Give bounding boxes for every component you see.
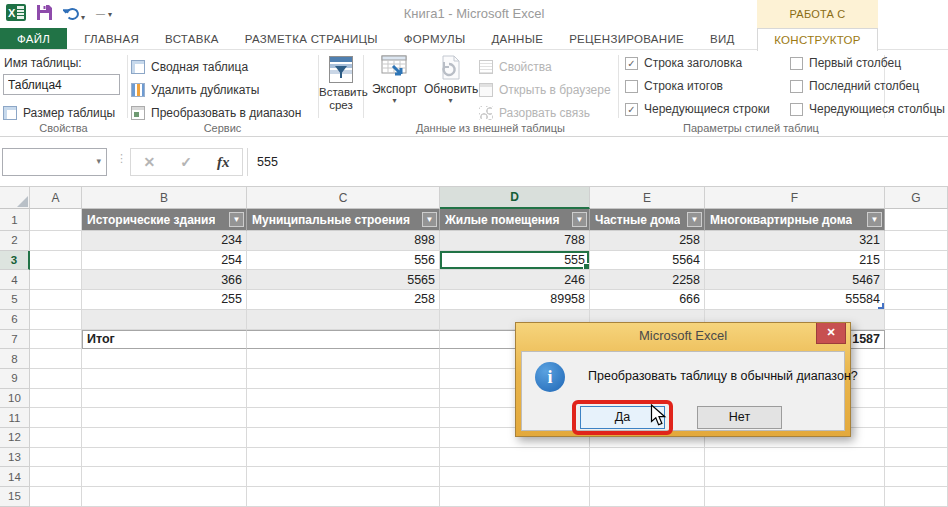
- row-header-13[interactable]: 13: [0, 448, 30, 468]
- cell-A8[interactable]: [30, 349, 82, 369]
- cell-A1[interactable]: [30, 209, 82, 231]
- filter-button[interactable]: ▼: [687, 212, 702, 227]
- cell-E13[interactable]: [590, 448, 705, 468]
- tab-insert[interactable]: ВСТАВКА: [152, 28, 232, 49]
- cell-F5[interactable]: 55584: [705, 290, 885, 310]
- row-header-14[interactable]: 14: [0, 467, 30, 487]
- row-header-6[interactable]: 6: [0, 310, 30, 330]
- cell-G12[interactable]: [885, 428, 948, 448]
- tab-data[interactable]: ДАННЫЕ: [478, 28, 556, 49]
- cell-A9[interactable]: [30, 369, 82, 389]
- cell-A14[interactable]: [30, 467, 82, 487]
- row-header-7[interactable]: 7: [0, 330, 30, 350]
- cell-B7[interactable]: Итог: [82, 330, 247, 350]
- cell-G6[interactable]: [885, 310, 948, 330]
- cell-D14[interactable]: [440, 467, 590, 487]
- column-header-C[interactable]: C: [247, 187, 440, 209]
- cell-B3[interactable]: 254: [82, 251, 247, 271]
- checkbox-box[interactable]: ✓: [625, 57, 638, 70]
- cell-F3[interactable]: 215: [705, 251, 885, 271]
- refresh-dropdown-icon[interactable]: ▾: [424, 96, 477, 105]
- cell-F15[interactable]: [705, 487, 885, 507]
- cell-C9[interactable]: [247, 369, 440, 389]
- row-header-1[interactable]: 1: [0, 209, 30, 231]
- tab-formulas[interactable]: ФОРМУЛЫ: [391, 28, 479, 49]
- export-button[interactable]: Экспорт ▾: [367, 55, 422, 105]
- cell-F13[interactable]: [705, 448, 885, 468]
- cell-A2[interactable]: [30, 231, 82, 251]
- cell-B4[interactable]: 366: [82, 270, 247, 290]
- table-name-input[interactable]: [3, 74, 120, 95]
- cell-D5[interactable]: 89958: [440, 290, 590, 310]
- total-row-checkbox[interactable]: Строка итогов: [625, 79, 723, 93]
- cell-A11[interactable]: [30, 408, 82, 428]
- cell-D13[interactable]: [440, 448, 590, 468]
- tab-view[interactable]: ВИД: [697, 28, 748, 49]
- cell-A12[interactable]: [30, 428, 82, 448]
- filter-button[interactable]: ▼: [229, 212, 244, 227]
- column-header-E[interactable]: E: [590, 187, 705, 209]
- cell-A6[interactable]: [30, 310, 82, 330]
- cell-G3[interactable]: [885, 251, 948, 271]
- cell-C11[interactable]: [247, 408, 440, 428]
- cell-G10[interactable]: [885, 389, 948, 409]
- cell-C8[interactable]: [247, 349, 440, 369]
- cell-C4[interactable]: 5565: [247, 270, 440, 290]
- cell-F4[interactable]: 5467: [705, 270, 885, 290]
- row-header-11[interactable]: 11: [0, 408, 30, 428]
- cell-B12[interactable]: [82, 428, 247, 448]
- column-header-B[interactable]: B: [82, 187, 247, 209]
- row-header-5[interactable]: 5: [0, 290, 30, 310]
- cell-D15[interactable]: [440, 487, 590, 507]
- tab-review[interactable]: РЕЦЕНЗИРОВАНИЕ: [556, 28, 697, 49]
- name-box[interactable]: ▾: [2, 148, 107, 176]
- tab-file[interactable]: ФАЙЛ: [0, 28, 67, 49]
- cell-E2[interactable]: 258: [590, 231, 705, 251]
- cell-D3[interactable]: 555: [440, 251, 590, 271]
- cell-C10[interactable]: [247, 389, 440, 409]
- cell-D1[interactable]: Жилые помещения▼: [440, 209, 590, 231]
- cancel-button[interactable]: ✕: [144, 154, 156, 170]
- tab-design-active[interactable]: КОНСТРУКТОР: [757, 28, 878, 51]
- cell-D4[interactable]: 246: [440, 270, 590, 290]
- cell-G8[interactable]: [885, 349, 948, 369]
- column-header-A[interactable]: A: [30, 187, 82, 209]
- name-box-dropdown-icon[interactable]: ▾: [96, 156, 101, 166]
- cell-F14[interactable]: [705, 467, 885, 487]
- row-header-4[interactable]: 4: [0, 270, 30, 290]
- last-column-checkbox[interactable]: Последний столбец: [790, 79, 919, 93]
- row-header-2[interactable]: 2: [0, 231, 30, 251]
- column-header-F[interactable]: F: [705, 187, 885, 209]
- cell-B5[interactable]: 255: [82, 290, 247, 310]
- checkbox-box[interactable]: [790, 80, 803, 93]
- remove-duplicates-button[interactable]: Удалить дубликаты: [131, 78, 301, 101]
- cell-A5[interactable]: [30, 290, 82, 310]
- cell-E1[interactable]: Частные дома▼: [590, 209, 705, 231]
- column-header-D[interactable]: D: [440, 187, 590, 209]
- cell-B13[interactable]: [82, 448, 247, 468]
- cell-E3[interactable]: 5564: [590, 251, 705, 271]
- filter-button[interactable]: ▼: [422, 212, 437, 227]
- cell-C12[interactable]: [247, 428, 440, 448]
- cell-B8[interactable]: [82, 349, 247, 369]
- filter-button[interactable]: ▼: [867, 212, 882, 227]
- tab-page-layout[interactable]: РАЗМЕТКА СТРАНИЦЫ: [232, 28, 391, 49]
- cell-F1[interactable]: Многоквартирные дома▼: [705, 209, 885, 231]
- cell-G9[interactable]: [885, 369, 948, 389]
- cell-A7[interactable]: [30, 330, 82, 350]
- cell-C2[interactable]: 898: [247, 231, 440, 251]
- cell-E14[interactable]: [590, 467, 705, 487]
- cell-D2[interactable]: 788: [440, 231, 590, 251]
- row-header-15[interactable]: 15: [0, 487, 30, 507]
- cell-G2[interactable]: [885, 231, 948, 251]
- cell-G7[interactable]: [885, 330, 948, 350]
- cell-B2[interactable]: 234: [82, 231, 247, 251]
- column-header-G[interactable]: G: [885, 187, 948, 209]
- table-resize-handle[interactable]: [878, 303, 884, 309]
- cell-G1[interactable]: [885, 209, 948, 231]
- formula-bar-value[interactable]: 555: [247, 148, 948, 176]
- cell-G4[interactable]: [885, 270, 948, 290]
- refresh-button[interactable]: Обновить ▾: [424, 55, 477, 105]
- no-button[interactable]: Нет: [697, 406, 782, 429]
- cell-A4[interactable]: [30, 270, 82, 290]
